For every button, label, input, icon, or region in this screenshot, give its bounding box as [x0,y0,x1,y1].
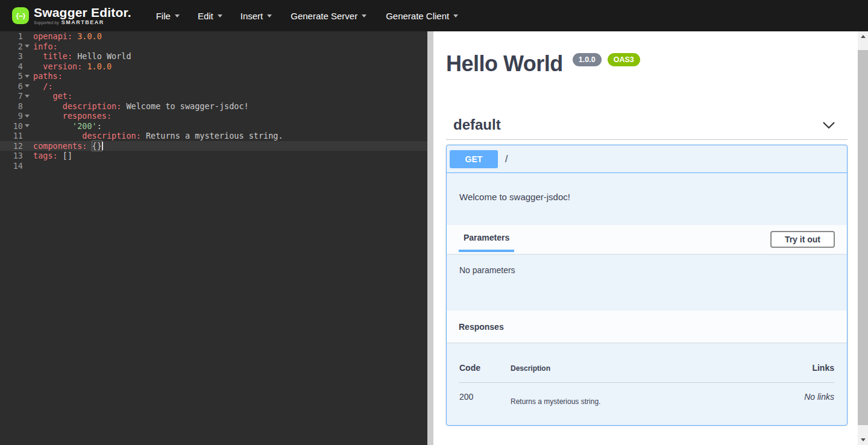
fold-toggle-icon[interactable] [23,45,31,48]
editor-line: 5paths: [0,71,427,81]
brand-block: Swagger Editor. Supported by SMARTBEAR [34,6,131,25]
line-number: 5 [0,71,23,81]
editor-gutter-cell: 5 [0,71,31,81]
line-number: 6 [0,81,23,92]
code-token: /: [43,81,52,91]
no-parameters-text: No parameters [459,265,515,275]
responses-table: Code Description Links 200 Returns a mys… [459,355,834,406]
code-token: description: [82,131,141,140]
code-token: 3.0.0 [77,31,102,41]
api-info-header: Hello World 1.0.0 OAS3 [446,53,848,75]
line-number: 7 [0,91,23,101]
response-description: Returns a mysterious string. [511,392,780,406]
code-token [33,81,43,91]
code-token [33,131,82,140]
editor-gutter-cell: 1 [0,31,31,42]
code-token [33,51,43,61]
code-token [72,31,77,41]
caret-down-icon [175,14,180,17]
responses-table-header-row: Code Description Links [459,355,834,383]
supported-by-label: Supported by [34,21,59,25]
line-number: 9 [0,111,23,121]
code-token: '200' [72,121,97,131]
chevron-down-icon[interactable] [822,121,835,129]
editor-gutter-cell: 3 [0,51,31,62]
code-token: 1.0.0 [87,62,112,71]
code-line-text: '200': [31,121,102,131]
tab-parameters: Parameters [459,225,514,252]
fold-toggle-icon[interactable] [23,75,31,78]
code-token: description: [63,101,122,111]
line-number: 12 [0,141,23,151]
menu-edit[interactable]: Edit [189,6,231,26]
scroll-down-icon[interactable] [858,435,868,445]
menu-generate-server[interactable]: Generate Server [281,6,376,26]
fold-toggle-icon[interactable] [23,115,31,118]
editor-line: 6 /: [0,81,427,92]
line-number: 14 [0,161,23,171]
tag-section-header[interactable]: default [446,116,848,140]
fold-toggle-icon[interactable] [23,124,31,127]
col-header-description: Description [511,364,780,373]
editor-gutter-cell: 13 [0,151,31,161]
menu-bar: FileEditInsertGenerate ServerGenerate Cl… [147,6,468,26]
menu-insert[interactable]: Insert [231,6,281,26]
yaml-editor[interactable]: 1openapi: 3.0.02info:3 title: Hello Worl… [0,31,427,445]
responses-section-header: Responses [447,311,847,342]
smartbear-logo-text: SMARTBEAR [61,20,104,25]
main-split: 1openapi: 3.0.02info:3 title: Hello Worl… [0,31,868,445]
operation-block-get: GET / Welcome to swagger-jsdoc! Paramete… [446,145,848,426]
menu-label: Generate Server [291,11,357,21]
scrollbar-thumb[interactable] [858,50,868,425]
caret-down-icon [267,14,272,17]
code-line-text: components: {} [31,141,103,151]
swagger-logo-icon: {⋯} [12,7,29,24]
response-links: No links [780,392,834,406]
operation-summary[interactable]: GET / [447,145,847,173]
table-row: 200 Returns a mysterious string. No link… [459,383,834,406]
operation-path-link[interactable]: / [505,154,508,165]
code-token [33,62,43,71]
code-token: : [97,121,102,131]
code-line-text: responses: [31,111,112,121]
api-title: Hello World [446,53,563,75]
menu-generate-client[interactable]: Generate Client [376,6,468,26]
code-token: Welcome to swagger-jsdoc! [121,101,248,111]
code-token: responses: [63,111,112,121]
code-line-text: info: [31,42,58,52]
editor-line: 14 [0,161,427,171]
pane-splitter[interactable] [427,31,433,445]
menu-label: File [156,11,171,21]
editor-gutter-cell: 12 [0,141,31,151]
editor-line: 9 responses: [0,111,427,121]
app-title: Swagger Editor. [34,6,131,19]
editor-gutter-cell: 2 [0,42,31,52]
code-token [33,101,63,111]
vertical-scrollbar[interactable] [858,31,868,445]
code-token: Returns a mysterious string. [141,131,283,140]
menu-file[interactable]: File [147,6,189,26]
editor-line: 3 title: Hello World [0,51,427,62]
code-token: tags: [33,151,58,160]
logo-braces-glyph: {⋯} [16,12,26,20]
editor-gutter-cell: 4 [0,62,31,72]
fold-toggle-icon[interactable] [23,84,31,87]
code-line-text: title: Hello World [31,51,131,62]
responses-title: Responses [459,322,504,332]
line-number: 3 [0,51,23,62]
editor-line: 13tags: [] [0,151,427,161]
version-badge: 1.0.0 [573,53,602,66]
scroll-up-icon[interactable] [858,31,868,42]
code-line-text [31,161,33,171]
code-line-text: version: 1.0.0 [31,62,112,72]
line-number: 10 [0,121,23,131]
fold-toggle-icon[interactable] [23,95,31,98]
editor-line: 1openapi: 3.0.0 [0,31,427,42]
parameters-section-header: Parameters Try it out [447,225,847,254]
try-it-out-button[interactable]: Try it out [770,231,835,248]
code-token: {} [92,141,102,151]
parameters-body: No parameters [447,254,847,311]
caret-down-icon [218,14,222,17]
code-token: version: [43,62,82,71]
editor-gutter-cell: 7 [0,91,31,101]
